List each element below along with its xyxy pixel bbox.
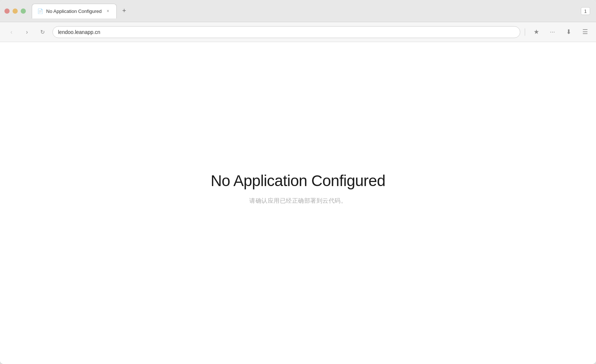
menu-icon: ☰ (582, 28, 588, 36)
close-button[interactable] (4, 8, 10, 14)
url-text: lendoo.leanapp.cn (58, 29, 100, 35)
error-subtitle: 请确认应用已经正确部署到云代码。 (249, 197, 347, 205)
forward-button[interactable]: › (21, 27, 32, 38)
toolbar-divider (525, 28, 525, 36)
more-icon: ··· (550, 28, 555, 36)
download-icon: ⬇ (566, 28, 571, 36)
tab-close-button[interactable]: × (105, 8, 111, 14)
download-button[interactable]: ⬇ (564, 27, 574, 37)
address-bar: ‹ › ↻ lendoo.leanapp.cn ★ ··· ⬇ ☰ (0, 22, 596, 42)
title-bar: 📄 No Application Configured × + 1 (0, 0, 596, 22)
browser-window: 📄 No Application Configured × + 1 ‹ › ↻ … (0, 0, 596, 364)
active-tab[interactable]: 📄 No Application Configured × (32, 4, 117, 18)
reload-icon: ↻ (40, 29, 45, 35)
error-title: No Application Configured (210, 172, 385, 190)
toolbar-right: ★ ··· ⬇ ☰ (525, 27, 590, 37)
more-button[interactable]: ··· (547, 27, 558, 37)
url-input[interactable]: lendoo.leanapp.cn (52, 26, 520, 38)
back-button[interactable]: ‹ (6, 27, 17, 38)
tab-title: No Application Configured (46, 8, 102, 14)
forward-icon: › (26, 29, 28, 35)
reload-button[interactable]: ↻ (37, 27, 48, 38)
minimize-button[interactable] (13, 8, 18, 14)
tab-count-badge: 1 (581, 7, 590, 15)
menu-button[interactable]: ☰ (580, 27, 590, 37)
bookmark-icon: ★ (534, 28, 539, 36)
tab-bar: 📄 No Application Configured × + (32, 4, 592, 18)
traffic-lights (4, 8, 26, 14)
page-content: No Application Configured 请确认应用已经正确部署到云代… (0, 42, 596, 364)
bookmark-button[interactable]: ★ (531, 27, 541, 37)
back-icon: ‹ (10, 29, 12, 35)
maximize-button[interactable] (21, 8, 26, 14)
tab-page-icon: 📄 (37, 8, 43, 14)
new-tab-button[interactable]: + (118, 5, 130, 17)
